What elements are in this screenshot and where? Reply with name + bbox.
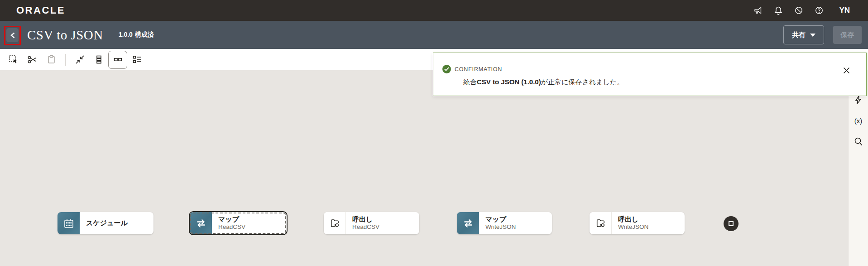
collapse-arrows-button[interactable] bbox=[70, 51, 89, 69]
node-subtitle: WriteJSON bbox=[485, 223, 516, 231]
flow-node-map-writejson[interactable]: マップ WriteJSON bbox=[457, 212, 552, 234]
invoke-icon bbox=[324, 212, 346, 234]
chevron-down-icon bbox=[810, 34, 815, 37]
map-icon bbox=[190, 212, 212, 234]
search-icon bbox=[854, 137, 863, 146]
topbar-actions: YN bbox=[753, 5, 868, 15]
calendar-icon bbox=[58, 212, 80, 234]
outline-view-icon bbox=[132, 54, 142, 65]
horizontal-layout-button[interactable] bbox=[108, 51, 127, 69]
header-actions: 共有 保存 bbox=[783, 25, 868, 44]
stop-icon bbox=[729, 221, 734, 226]
flow-canvas[interactable]: スケジュール マップ ReadCSV 呼出し bbox=[0, 70, 868, 266]
megaphone-icon[interactable] bbox=[753, 5, 763, 15]
search-button[interactable] bbox=[852, 135, 865, 147]
save-button[interactable]: 保存 bbox=[833, 26, 862, 44]
success-check-icon bbox=[442, 65, 451, 73]
cut-button[interactable] bbox=[23, 51, 42, 69]
node-text: 呼出し WriteJSON bbox=[612, 212, 648, 234]
node-subtitle: ReadCSV bbox=[352, 223, 379, 231]
global-top-bar: ORACLE YN bbox=[0, 0, 868, 21]
toast-type-label: CONFIRMATION bbox=[455, 66, 502, 73]
toast-message: 統合CSV to JSON (1.0.0)が正常に保存されました。 bbox=[463, 78, 854, 87]
flow-node-end[interactable] bbox=[724, 216, 739, 231]
toast-message-prefix: 統合 bbox=[463, 78, 477, 86]
marquee-select-button[interactable] bbox=[4, 51, 23, 69]
map-icon bbox=[457, 212, 479, 234]
node-subtitle: ReadCSV bbox=[218, 223, 245, 231]
version-number: 1.0.0 bbox=[119, 31, 133, 38]
toolbar-divider bbox=[65, 54, 66, 66]
node-text: マップ ReadCSV bbox=[212, 212, 245, 234]
user-avatar[interactable]: YN bbox=[839, 6, 850, 15]
node-text: スケジュール bbox=[80, 212, 128, 234]
close-icon[interactable] bbox=[842, 66, 851, 75]
bell-icon[interactable] bbox=[773, 5, 783, 15]
collapse-arrows-icon bbox=[75, 54, 85, 65]
oracle-logo: ORACLE bbox=[16, 5, 65, 16]
invoke-icon bbox=[590, 212, 612, 234]
toast-header: CONFIRMATION bbox=[442, 65, 854, 73]
vertical-layout-button[interactable] bbox=[89, 51, 108, 69]
back-button[interactable] bbox=[6, 28, 19, 42]
slash-circle-icon[interactable] bbox=[794, 5, 804, 15]
clipboard-icon bbox=[46, 54, 57, 65]
node-subtitle: WriteJSON bbox=[618, 223, 648, 231]
share-button-label: 共有 bbox=[792, 31, 806, 39]
node-text: マップ WriteJSON bbox=[479, 212, 516, 234]
flow-node-invoke-writejson[interactable]: 呼出し WriteJSON bbox=[590, 212, 685, 234]
page-title: CSV to JSON bbox=[27, 28, 103, 43]
node-title: マップ bbox=[218, 215, 245, 224]
horizontal-layout-icon bbox=[113, 54, 123, 65]
help-icon[interactable] bbox=[814, 5, 824, 15]
flow-node-map-readcsv[interactable]: マップ ReadCSV bbox=[190, 212, 287, 234]
confirmation-toast: CONFIRMATION 統合CSV to JSON (1.0.0)が正常に保存… bbox=[433, 53, 867, 96]
node-title: 呼出し bbox=[618, 215, 648, 224]
outline-view-button[interactable] bbox=[127, 51, 146, 69]
paste-button[interactable] bbox=[42, 51, 61, 69]
node-title: スケジュール bbox=[86, 219, 128, 227]
toast-message-bold: CSV to JSON (1.0.0) bbox=[477, 78, 541, 86]
chevron-left-icon bbox=[10, 32, 15, 39]
node-text: 呼出し ReadCSV bbox=[346, 212, 379, 234]
status-label: 構成済 bbox=[135, 31, 154, 38]
side-rail: (x) bbox=[848, 70, 868, 266]
version-status: 1.0.0構成済 bbox=[119, 31, 154, 39]
flow-node-schedule[interactable]: スケジュール bbox=[58, 212, 153, 234]
flow-node-invoke-readcsv[interactable]: 呼出し ReadCSV bbox=[324, 212, 419, 234]
share-button[interactable]: 共有 bbox=[783, 25, 824, 44]
toast-message-suffix: が正常に保存されました。 bbox=[541, 78, 623, 86]
integration-header: CSV to JSON 1.0.0構成済 共有 保存 bbox=[0, 21, 868, 49]
node-title: マップ bbox=[485, 215, 516, 224]
node-title: 呼出し bbox=[352, 215, 379, 224]
scissors-icon bbox=[27, 54, 38, 65]
bolt-icon bbox=[854, 95, 863, 105]
variables-button[interactable]: (x) bbox=[852, 115, 865, 126]
marquee-select-icon bbox=[8, 54, 19, 65]
vertical-layout-icon bbox=[94, 54, 104, 65]
